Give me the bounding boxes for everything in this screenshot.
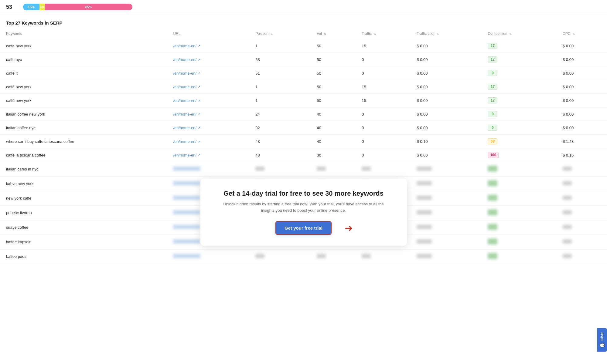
col-cpc: CPC ⇅: [557, 29, 607, 39]
col-competition: Competition ⇅: [482, 29, 557, 39]
cell-cpc: $ 0.00: [557, 121, 607, 135]
cell-url: /en/home-en/↗: [167, 66, 249, 80]
cell-vol: 50: [311, 80, 356, 94]
cell-keyword-blurred: ponche livorno: [0, 206, 167, 220]
cell-competition-blurred: [482, 162, 557, 177]
progress-bar: 15% 0% 85%: [23, 4, 132, 10]
trial-btn-wrapper: Get your free trial ➜: [275, 221, 332, 235]
external-link-icon: ↗: [198, 72, 200, 75]
url-link[interactable]: /en/home-en/↗: [173, 126, 243, 130]
cell-cpc: $ 0.00: [557, 80, 607, 94]
sort-vol-icon: ⇅: [324, 32, 326, 35]
cell-traffic: 0: [356, 148, 411, 162]
cell-keyword-blurred: kaffee pads: [0, 249, 167, 264]
cell-traffic-cost: $ 0.00: [411, 121, 482, 135]
cell-vol-blurred: [311, 162, 356, 177]
cell-traffic-blurred: [356, 162, 411, 177]
arrow-icon: ➜: [345, 222, 353, 234]
progress-yellow: 0%: [39, 4, 45, 10]
cell-competition: 0: [482, 121, 557, 135]
url-link[interactable]: /en/home-en/↗: [173, 71, 243, 76]
cell-keyword: caffè it: [0, 66, 167, 80]
competition-badge: 100: [488, 152, 499, 158]
col-keywords: Keywords: [0, 29, 167, 39]
trial-button[interactable]: Get your free trial: [275, 221, 332, 235]
cell-traffic: 0: [356, 121, 411, 135]
url-link[interactable]: /en/home-en/↗: [173, 98, 243, 103]
external-link-icon: ↗: [198, 140, 200, 143]
url-link[interactable]: /en/home-en/↗: [173, 57, 243, 62]
cell-competition: 100: [482, 148, 557, 162]
cell-competition-blurred: [482, 177, 557, 191]
cell-competition: 0: [482, 107, 557, 121]
cell-traffic-cost-blurred: [411, 220, 482, 235]
sort-competition-icon: ⇅: [509, 32, 512, 35]
cell-competition: 17: [482, 80, 557, 94]
competition-badge: 0: [488, 70, 497, 76]
external-link-icon: ↗: [198, 58, 200, 61]
external-link-icon: ↗: [198, 99, 200, 102]
cell-vol: 50: [311, 94, 356, 107]
cell-competition-blurred: [482, 220, 557, 235]
cell-traffic-blurred: [356, 249, 411, 264]
cell-cpc: $ 1.43: [557, 135, 607, 148]
table-row: caffè it /en/home-en/↗ 51 50 0 $ 0.00 0 …: [0, 66, 607, 80]
col-traffic-cost: Traffic cost ⇅: [411, 29, 482, 39]
table-header: Keywords URL Position ⇅ Vol ⇅ Traffic ⇅: [0, 29, 607, 39]
cell-cpc: $ 0.16: [557, 148, 607, 162]
table-row: italian coffee new york /en/home-en/↗ 24…: [0, 107, 607, 121]
cell-url: /en/home-en/↗: [167, 53, 249, 66]
external-link-icon: ↗: [198, 113, 200, 116]
trial-headline: Get a 14-day trial for free to see 30 mo…: [219, 190, 389, 197]
cell-url: /en/home-en/↗: [167, 80, 249, 94]
url-link[interactable]: /en/home-en/↗: [173, 139, 243, 144]
cell-competition: 68: [482, 135, 557, 148]
url-link[interactable]: /en/home-en/↗: [173, 44, 243, 48]
cell-traffic-cost-blurred: [411, 177, 482, 191]
cell-traffic-cost-blurred: [411, 235, 482, 249]
url-link[interactable]: /en/home-en/↗: [173, 85, 243, 89]
cell-url: /en/home-en/↗: [167, 135, 249, 148]
cell-keyword: caffè new york: [0, 80, 167, 94]
competition-badge: 17: [488, 56, 497, 62]
total-count: 53: [6, 4, 18, 10]
table-row: caffè new york /en/home-en/↗ 1 50 15 $ 0…: [0, 94, 607, 107]
trial-overlay: Get a 14-day trial for free to see 30 mo…: [200, 179, 407, 246]
cell-traffic-cost-blurred: [411, 249, 482, 264]
progress-pink: 85%: [45, 4, 132, 10]
cell-traffic: 0: [356, 107, 411, 121]
cell-keyword-blurred: suave coffee: [0, 220, 167, 235]
cell-keyword: caffè new york: [0, 94, 167, 107]
table-row-blurred: italian cafes in nyc: [0, 162, 607, 177]
cell-keyword: caffe nyc: [0, 53, 167, 66]
cell-traffic: 15: [356, 80, 411, 94]
cell-cpc: $ 0.00: [557, 53, 607, 66]
url-link[interactable]: /en/home-en/↗: [173, 112, 243, 116]
cell-position: 1: [249, 39, 311, 53]
cell-keyword-blurred: italian cafes in nyc: [0, 162, 167, 177]
external-link-icon: ↗: [198, 126, 200, 130]
col-url: URL: [167, 29, 249, 39]
external-link-icon: ↗: [198, 153, 200, 157]
url-link[interactable]: /en/home-en/↗: [173, 153, 243, 157]
cell-traffic-cost: $ 0.00: [411, 53, 482, 66]
sort-cpc-icon: ⇅: [572, 32, 575, 35]
table-row: caffe nyc /en/home-en/↗ 68 50 0 $ 0.00 1…: [0, 53, 607, 66]
cell-traffic-cost: $ 0.00: [411, 107, 482, 121]
cell-traffic: 0: [356, 135, 411, 148]
cell-competition-blurred: [482, 235, 557, 249]
cell-competition: 0: [482, 66, 557, 80]
cell-traffic-cost: $ 0.00: [411, 39, 482, 53]
table-row: caffè new york /en/home-en/↗ 1 50 15 $ 0…: [0, 80, 607, 94]
sort-position-icon: ⇅: [270, 32, 273, 35]
cell-traffic-cost: $ 0.00: [411, 80, 482, 94]
sort-traffic-cost-icon: ⇅: [436, 32, 439, 35]
competition-badge: 0: [488, 125, 497, 131]
cell-cpc: $ 0.00: [557, 107, 607, 121]
cell-keyword: italian coffee new york: [0, 107, 167, 121]
cell-keyword: where can i buy caffe la toscana coffee: [0, 135, 167, 148]
competition-badge: 17: [488, 43, 497, 49]
cell-traffic-cost-blurred: [411, 162, 482, 177]
competition-badge: 68: [488, 138, 497, 144]
cell-url: /en/home-en/↗: [167, 39, 249, 53]
